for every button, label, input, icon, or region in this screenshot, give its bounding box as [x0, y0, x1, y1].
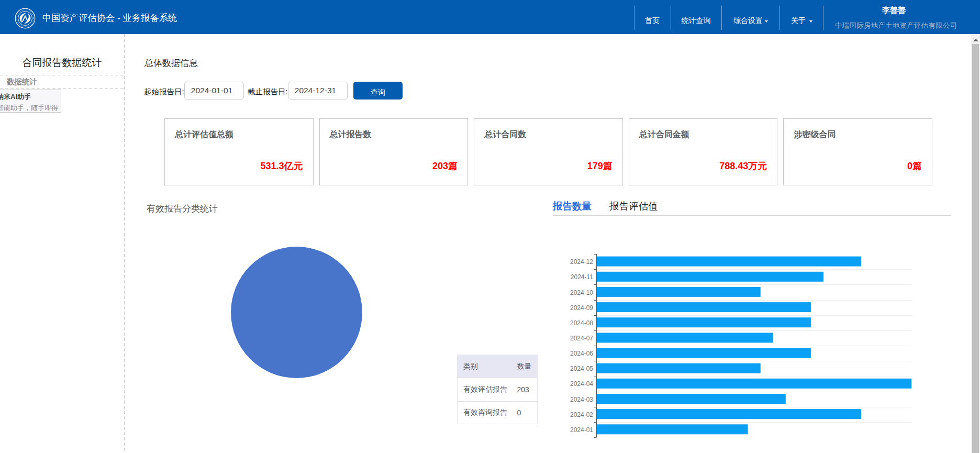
- svg-text:2024-04: 2024-04: [570, 380, 593, 388]
- svg-text:2024-02: 2024-02: [570, 411, 593, 418]
- svg-text:2024-12: 2024-12: [570, 258, 593, 266]
- svg-text:2024-03: 2024-03: [570, 396, 593, 403]
- svg-text:2024-05: 2024-05: [570, 365, 593, 372]
- svg-text:2024-11: 2024-11: [571, 273, 593, 281]
- svg-text:2024-08: 2024-08: [570, 319, 593, 327]
- svg-text:2024-07: 2024-07: [570, 335, 593, 342]
- svg-text:2024-10: 2024-10: [570, 289, 593, 296]
- svg-text:2024-06: 2024-06: [570, 350, 593, 357]
- svg-text:2024-09: 2024-09: [570, 304, 593, 312]
- svg-text:2024-01: 2024-01: [570, 426, 593, 434]
